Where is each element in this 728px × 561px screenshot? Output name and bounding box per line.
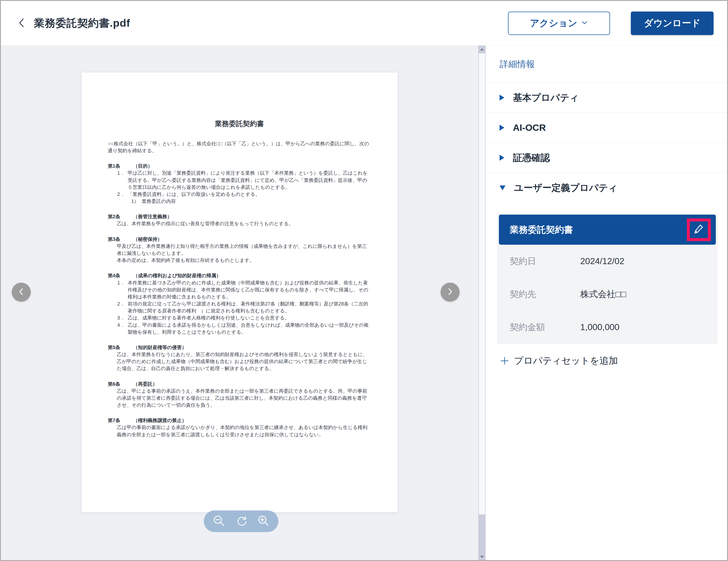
triangle-right-icon: [500, 95, 504, 101]
clause-item: 1．甲は乙に対し、別途「業務委託資料」により発注する業務（以下「本件業務」という…: [117, 170, 371, 191]
sidebar-section-label: 証憑確認: [513, 152, 550, 164]
clause-heading: 第1条（目的）: [108, 163, 371, 170]
clause-title: （秘密保持）: [133, 236, 162, 243]
contract-clause: 第4条（成果の権利および知的財産権の帰属）1．本件業務に基づき乙が甲のために作成…: [108, 272, 371, 336]
add-property-set-label: プロパティセットを追加: [514, 354, 618, 367]
sidebar-section-ai-ocr[interactable]: AI-OCR: [486, 113, 728, 143]
clause-item: 1．本件業務に基づき乙が甲のために作成した成果物（中間成果物も含む）および役務の…: [117, 279, 371, 301]
sidebar-sections: 基本プロパティAI-OCR証憑確認ユーザー定義プロパティ: [486, 83, 728, 203]
clause-title: （目的）: [133, 163, 153, 170]
clause-title: （権利義務譲渡の禁止）: [133, 417, 187, 424]
clause-paragraph: 乙は、本件業務を甲の指示に従い善良な管理者の注意をもって行うものとする。: [117, 220, 371, 227]
clause-item-text: 業務委託の内容: [142, 198, 176, 205]
zoom-in-button[interactable]: [256, 514, 271, 528]
contract-clause: 第2条（善管注意義務）乙は、本件業務を甲の指示に従い善良な管理者の注意をもって行…: [108, 213, 371, 227]
scrollbar-down-arrow-icon[interactable]: [480, 556, 484, 558]
clause-item: 4．乙は、甲の書面による承諾を得るかもしくは別途、合意をしなければ、成果物の全部…: [117, 322, 371, 336]
clause-title: （成果の権利および知的財産権の帰属）: [133, 272, 221, 279]
clause-paragraph: 本条の定めは、本契約終了後も有効に存続するものとします。: [117, 257, 371, 264]
scrollbar-thumb[interactable]: [479, 53, 485, 514]
download-button[interactable]: ダウンロード: [631, 12, 714, 35]
property-label: 契約金額: [510, 321, 580, 333]
property-value: 株式会社□□: [580, 288, 626, 300]
sidebar-section-label: AI-OCR: [513, 122, 546, 133]
clause-item-text: 乙は、成果物に対する著作者人格権の権利を行使しないことを合意する。: [128, 315, 290, 322]
clause-title: （善管注意義務）: [133, 213, 172, 220]
plus-icon: [500, 356, 510, 366]
clause-item-text: 本件業務に基づき乙が甲のために作成した成果物（中間成果物も含む）および役務の提供…: [128, 279, 371, 301]
clause-paragraph: 乙は、本件業務を行なうにあたり、第三者の知的財産権およびその他の権利を侵害しない…: [117, 351, 371, 372]
chevron-left-icon: [16, 16, 27, 31]
clause-item-number: 2．: [117, 191, 128, 198]
property-rows: 契約日2024/12/02契約先株式会社□□契約金額1,000,000: [499, 245, 716, 344]
property-set-card: 業務委託契約書 契約日2024/12/02契約先株式会社□□契約金額1,000,…: [497, 213, 718, 344]
sidebar-scrollbar[interactable]: [478, 46, 486, 560]
contract-clause: 第6条（再委託）乙は、甲による事前の承諾のうえ、本件業務の全部または一部を第三者…: [108, 381, 371, 409]
sidebar-section-evidence-check[interactable]: 証憑確認: [486, 143, 728, 173]
triangle-right-icon: [500, 155, 504, 161]
contract-title: 業務委託契約書: [108, 119, 371, 129]
clause-item: 2．「業務委託資料」には、以下の取扱いを定めるものとする。: [117, 191, 371, 198]
clause-title: （知的財産権等の侵害）: [133, 344, 187, 351]
download-button-label: ダウンロード: [644, 17, 701, 29]
clause-item-number: 2．: [117, 300, 128, 315]
clause-item-number: 1．: [117, 279, 128, 301]
property-set-header: 業務委託契約書: [499, 215, 716, 245]
clause-title: （再委託）: [133, 381, 157, 388]
property-row: 契約先株式会社□□: [499, 278, 716, 311]
details-sidebar: 詳細情報 基本プロパティAI-OCR証憑確認ユーザー定義プロパティ 業務委託契約…: [486, 46, 728, 560]
rotate-button[interactable]: [234, 514, 248, 528]
contract-clauses: 第1条（目的）1．甲は乙に対し、別途「業務委託資料」により発注する業務（以下「本…: [108, 163, 371, 438]
clause-number: 第2条: [108, 213, 133, 220]
clause-heading: 第2条（善管注意義務）: [108, 213, 371, 220]
zoom-out-button[interactable]: [212, 514, 226, 528]
chevron-right-icon: [446, 287, 454, 298]
chevron-left-icon: [17, 287, 25, 298]
chevron-down-icon: [581, 18, 588, 28]
header-actions: アクション ダウンロード: [508, 12, 714, 35]
property-label: 契約先: [510, 288, 580, 300]
contract-clause: 第5条（知的財産権等の侵害）乙は、本件業務を行なうにあたり、第三者の知的財産権お…: [108, 344, 371, 372]
clause-heading: 第6条（再委託）: [108, 381, 371, 388]
actions-button[interactable]: アクション: [508, 12, 610, 35]
property-label: 契約日: [510, 255, 580, 267]
contract-clause: 第3条（秘密保持）甲及び乙は、本件業務遂行上知り得た相手方の業務上の情報（成果物…: [108, 236, 371, 264]
property-set-title: 業務委託契約書: [510, 223, 573, 236]
zoom-in-icon: [257, 514, 270, 528]
contract-clause: 第1条（目的）1．甲は乙に対し、別途「業務委託資料」により発注する業務（以下「本…: [108, 163, 371, 205]
page-title: 業務委託契約書.pdf: [34, 16, 130, 30]
add-property-set-button[interactable]: プロパティセットを追加: [500, 354, 728, 367]
clause-item-text: 甲は乙に対し、別途「業務委託資料」により発注する業務（以下「本件業務」という）を…: [128, 170, 371, 191]
rotate-icon: [235, 514, 247, 528]
clause-heading: 第5条（知的財産権等の侵害）: [108, 344, 371, 351]
clause-item: 1）業務委託の内容: [131, 198, 371, 205]
header-bar: 業務委託契約書.pdf アクション ダウンロード: [1, 1, 727, 46]
document-viewer-window: 業務委託契約書.pdf アクション ダウンロード 業務委託契約書 ○○株式会社（…: [0, 0, 728, 561]
contract-clause: 第7条（権利義務譲渡の禁止）乙は甲の事前の書面による承諾がないかぎり、本契約の地…: [108, 417, 371, 438]
clause-item-number: 1．: [117, 170, 128, 191]
clause-number: 第3条: [108, 236, 133, 243]
scrollbar-up-arrow-icon[interactable]: [480, 48, 484, 50]
next-page-button[interactable]: [441, 283, 460, 302]
property-row: 契約日2024/12/02: [499, 245, 716, 278]
triangle-down-icon: [500, 185, 505, 190]
sidebar-section-label: ユーザー定義プロパティ: [514, 182, 618, 194]
property-value: 1,000,000: [580, 322, 620, 332]
clause-item-number: 3．: [117, 315, 128, 322]
clause-item-number: 1）: [131, 198, 142, 205]
clause-item: 2．前項の規定に従って乙から甲に譲渡される権利は、著作権法第27条（翻訳権、翻案…: [117, 300, 371, 315]
edit-highlight-box[interactable]: [687, 218, 711, 241]
property-value: 2024/12/02: [580, 256, 624, 266]
previous-page-button[interactable]: [12, 283, 31, 302]
contract-intro: ○○株式会社（以下「甲」という。）と、株式会社□□（以下「乙」という。）は、甲か…: [108, 140, 371, 154]
sidebar-section-basic-properties[interactable]: 基本プロパティ: [486, 83, 728, 113]
clause-number: 第1条: [108, 163, 133, 170]
detail-info-link[interactable]: 詳細情報: [486, 46, 728, 83]
back-button[interactable]: [15, 15, 28, 31]
clause-number: 第5条: [108, 344, 133, 351]
sidebar-section-user-defined-properties[interactable]: ユーザー定義プロパティ: [486, 173, 728, 203]
clause-number: 第6条: [108, 381, 133, 388]
pdf-viewer-area: 業務委託契約書 ○○株式会社（以下「甲」という。）と、株式会社□□（以下「乙」と…: [1, 46, 478, 560]
pdf-page: 業務委託契約書 ○○株式会社（以下「甲」という。）と、株式会社□□（以下「乙」と…: [82, 73, 398, 512]
clause-number: 第7条: [108, 417, 133, 424]
